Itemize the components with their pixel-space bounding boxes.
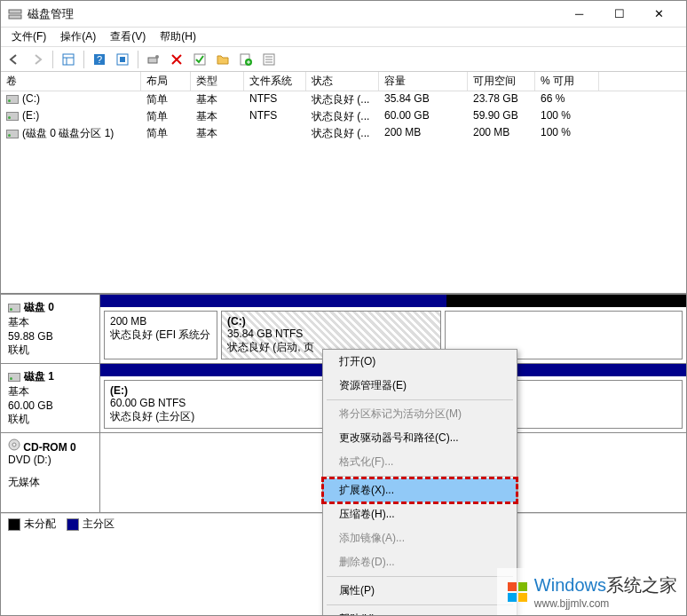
forward-button[interactable]	[28, 50, 47, 69]
folder-icon[interactable]	[213, 50, 233, 69]
window-title: 磁盘管理	[28, 6, 559, 22]
menu-delete-volume: 删除卷(D)...	[323, 550, 517, 574]
menu-explorer[interactable]: 资源管理器(E)	[323, 374, 517, 398]
menu-change-letter[interactable]: 更改驱动器号和路径(C)...	[323, 426, 517, 450]
close-button[interactable]: ✕	[639, 1, 679, 28]
svg-rect-23	[518, 593, 527, 602]
svg-rect-2	[63, 54, 74, 65]
menu-open[interactable]: 打开(O)	[323, 350, 517, 374]
col-status[interactable]: 状态	[306, 72, 379, 91]
drive-icon	[6, 130, 19, 138]
table-header: 卷 布局 类型 文件系统 状态 容量 可用空间 % 可用	[1, 72, 686, 91]
disk-bar	[100, 295, 446, 307]
drive-icon	[6, 95, 19, 104]
menu-shrink-volume[interactable]: 压缩卷(H)...	[323, 502, 517, 526]
toolbar: ?	[1, 47, 686, 72]
menubar: 文件(F) 操作(A) 查看(V) 帮助(H)	[1, 28, 686, 47]
menu-properties[interactable]: 属性(P)	[323, 579, 517, 603]
disk-label[interactable]: 磁盘 0 基本 59.88 GB 联机	[1, 295, 100, 363]
refresh-icon[interactable]	[113, 50, 132, 69]
watermark: Windows系统之家 www.bjjmlv.com	[497, 568, 686, 615]
maximize-button[interactable]: ☐	[599, 1, 639, 28]
menu-action[interactable]: 操作(A)	[53, 28, 103, 46]
svg-text:?: ?	[97, 54, 102, 65]
titlebar: 磁盘管理 ─ ☐ ✕	[1, 1, 686, 28]
svg-rect-1	[9, 15, 21, 19]
disk-label[interactable]: CD-ROM 0 DVD (D:) 无媒体	[1, 433, 100, 512]
svg-point-19	[12, 443, 16, 446]
disk-icon	[8, 304, 20, 312]
cdrom-icon	[8, 438, 20, 451]
svg-rect-0	[9, 10, 21, 13]
svg-rect-9	[148, 58, 157, 63]
table-row[interactable]: (磁盘 0 磁盘分区 1) 简单 基本 状态良好 (... 200 MB 200…	[1, 125, 686, 142]
context-menu: 打开(O) 资源管理器(E) 将分区标记为活动分区(M) 更改驱动器号和路径(C…	[322, 349, 517, 616]
col-capacity[interactable]: 容量	[379, 72, 468, 91]
back-button[interactable]	[4, 50, 24, 69]
svg-point-10	[155, 55, 159, 59]
list-icon[interactable]	[259, 50, 279, 69]
table-row[interactable]: (E:) 简单 基本 NTFS 状态良好 (... 60.00 GB 59.90…	[1, 108, 686, 125]
table-row[interactable]: (C:) 简单 基本 NTFS 状态良好 (... 35.84 GB 23.78…	[1, 91, 686, 108]
menu-mark-active: 将分区标记为活动分区(M)	[323, 402, 517, 426]
disk-label[interactable]: 磁盘 1 基本 60.00 GB 联机	[1, 364, 100, 432]
col-pct[interactable]: % 可用	[535, 72, 599, 91]
menu-view[interactable]: 查看(V)	[103, 28, 153, 46]
col-layout[interactable]: 布局	[141, 72, 191, 91]
delete-icon[interactable]	[167, 50, 186, 69]
svg-rect-22	[508, 593, 517, 602]
add-icon[interactable]	[236, 50, 256, 69]
windows-logo-icon	[506, 580, 529, 604]
menu-file[interactable]: 文件(F)	[4, 28, 53, 46]
menu-help[interactable]: 帮助(H)	[153, 28, 203, 46]
svg-rect-8	[120, 57, 125, 62]
menu-extend-volume[interactable]: 扩展卷(X)...	[323, 478, 517, 502]
minimize-button[interactable]: ─	[559, 1, 599, 28]
svg-rect-20	[508, 582, 517, 591]
unallocated-bar	[446, 295, 686, 307]
help-icon[interactable]: ?	[90, 50, 109, 69]
legend-swatch-primary	[67, 518, 79, 531]
volume-list: (C:) 简单 基本 NTFS 状态良好 (... 35.84 GB 23.78…	[1, 91, 686, 294]
legend-swatch-unallocated	[8, 518, 20, 531]
checkbox-icon[interactable]	[190, 50, 209, 69]
svg-rect-21	[518, 582, 527, 591]
col-volume[interactable]: 卷	[1, 72, 141, 91]
disk-icon	[8, 373, 20, 382]
menu-help[interactable]: 帮助(H)	[323, 607, 517, 616]
settings-icon[interactable]	[144, 50, 163, 69]
col-fs[interactable]: 文件系统	[244, 72, 306, 91]
col-type[interactable]: 类型	[191, 72, 244, 91]
app-icon	[8, 7, 22, 21]
partition[interactable]: 200 MB 状态良好 (EFI 系统分	[104, 311, 217, 359]
view-button[interactable]	[59, 50, 78, 69]
menu-add-mirror: 添加镜像(A)...	[323, 526, 517, 550]
drive-icon	[6, 112, 19, 121]
menu-format: 格式化(F)...	[323, 450, 517, 474]
col-free[interactable]: 可用空间	[468, 72, 535, 91]
